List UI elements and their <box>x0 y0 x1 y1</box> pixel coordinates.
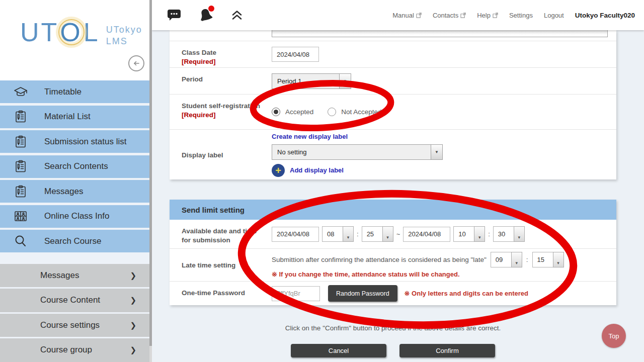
logo-letter-l: L <box>84 19 100 45</box>
manual-link[interactable]: Manual <box>392 12 422 19</box>
sidebar-item-messages-menu[interactable]: Messages ❯ <box>0 264 149 288</box>
clipboard-icon <box>13 160 28 173</box>
notifications-bell-icon[interactable] <box>198 8 213 23</box>
clipboard-icon <box>13 110 28 123</box>
sidebar-item-online-class-info[interactable]: Online Class Info <box>0 205 149 228</box>
late-time-warning: ※ If you change the time, attendance sta… <box>272 270 564 278</box>
radio-not-accepted[interactable] <box>328 108 336 116</box>
spinner-arrow-icon[interactable]: ▾ <box>474 226 485 242</box>
scrolled-text-input[interactable] <box>272 30 608 37</box>
footer-buttons: Cancel Confirm <box>170 344 616 357</box>
tilde-separator: ~ <box>396 230 400 238</box>
sidebar-item-search-course[interactable]: Search Course <box>0 230 149 252</box>
sidebar-item-label: Material List <box>44 112 91 122</box>
available-datetime-label: Available date and time for submission <box>170 220 272 248</box>
sidebar-item-course-content-menu[interactable]: Course Content ❯ <box>0 289 149 312</box>
sidebar-item-label: Course group <box>40 345 92 355</box>
scroll-to-top-button[interactable]: Top <box>602 324 626 348</box>
confirm-button[interactable]: Confirm <box>399 344 495 357</box>
notification-dot <box>208 6 214 12</box>
end-minute-input[interactable] <box>493 226 514 242</box>
spinner-arrow-icon[interactable]: ▾ <box>343 226 354 242</box>
display-label-select[interactable]: No setting ▼ <box>272 144 443 160</box>
end-date-input[interactable] <box>403 227 450 242</box>
sidebar-item-material-list[interactable]: Material List <box>0 106 149 128</box>
graduation-cap-icon <box>13 86 28 98</box>
start-date-input[interactable] <box>272 227 319 242</box>
class-date-input[interactable] <box>272 47 319 62</box>
start-hour-input[interactable] <box>322 226 343 242</box>
self-registration-label: Student self-registration [Required] <box>170 95 272 129</box>
topbar-links: Manual Contacts Help Settings Logout Uto… <box>392 12 635 19</box>
start-minute-input[interactable] <box>362 226 382 242</box>
double-chevron-up-icon[interactable] <box>230 10 244 21</box>
one-time-password-row: One-time Password Random Password ※ Only… <box>170 281 616 305</box>
required-badge: [Required] <box>182 57 267 66</box>
end-hour-input[interactable] <box>453 226 474 242</box>
sidebar-gap <box>0 255 149 264</box>
spinner-arrow-icon[interactable]: ▾ <box>553 252 564 267</box>
sidebar-item-label: Search Course <box>44 236 101 246</box>
chevron-right-icon: ❯ <box>130 271 136 280</box>
late-hour-input[interactable] <box>491 252 511 267</box>
search-icon <box>13 235 28 248</box>
radio-accepted[interactable] <box>272 108 280 116</box>
help-link[interactable]: Help <box>477 12 498 19</box>
add-display-label-link[interactable]: Add display label <box>290 166 344 174</box>
period-select[interactable]: Period 1 ▼ <box>272 73 351 89</box>
colon-separator: : <box>357 230 359 238</box>
sidebar-scrollbar[interactable] <box>149 0 152 362</box>
main-content: Class Date [Required] Period Period 1 ▼ … <box>152 30 644 362</box>
dropdown-arrow-icon[interactable]: ▼ <box>339 74 351 88</box>
clipboard-icon <box>13 185 28 198</box>
end-hour-spinner: ▾ <box>453 226 485 242</box>
random-password-button[interactable]: Random Password <box>328 285 397 302</box>
people-grid-icon <box>13 211 28 222</box>
one-time-password-input[interactable] <box>272 286 320 301</box>
spinner-arrow-icon[interactable]: ▾ <box>514 226 525 242</box>
logo-ring <box>58 19 85 45</box>
spinner-arrow-icon[interactable]: ▾ <box>511 252 522 267</box>
logo-area: UTOL UTokyo LMS <box>0 0 149 80</box>
utol-logo: UTOL <box>20 19 100 45</box>
create-display-label-link[interactable]: Create new display label <box>272 133 443 140</box>
display-label-row: Display label Create new display label N… <box>170 129 616 179</box>
chevron-right-icon: ❯ <box>130 296 136 305</box>
cancel-button[interactable]: Cancel <box>291 344 386 357</box>
sidebar-item-label: Submission status list <box>44 137 126 147</box>
chat-icon[interactable] <box>167 9 181 22</box>
spinner-arrow-icon[interactable]: ▾ <box>382 226 393 242</box>
logo-subtitle: UTokyo LMS <box>106 24 142 47</box>
sidebar-item-label: Search Contents <box>44 161 108 171</box>
sidebar-item-label: Course settings <box>40 320 100 330</box>
sidebar-item-messages[interactable]: Messages <box>0 180 149 203</box>
password-note: ※ Only letters and digits can be entered <box>405 290 528 297</box>
class-date-label: Class Date [Required] <box>170 41 272 67</box>
sidebar: UTOL UTokyo LMS Timetable Material List <box>0 0 149 362</box>
dropdown-arrow-icon[interactable]: ▼ <box>431 145 442 159</box>
chevron-right-icon: ❯ <box>130 321 136 330</box>
sidebar-scrollbar-thumb[interactable] <box>149 0 152 346</box>
end-minute-spinner: ▾ <box>493 226 525 242</box>
settings-link[interactable]: Settings <box>509 12 533 19</box>
late-time-description: Submittion after confimring the attendan… <box>272 256 487 263</box>
contacts-link[interactable]: Contacts <box>433 12 466 19</box>
sidebar-collapse-button[interactable] <box>128 55 144 71</box>
logo-letter-u-t: UT <box>20 19 59 45</box>
period-row: Period Period 1 ▼ <box>170 67 616 94</box>
colon-separator: : <box>526 256 528 263</box>
late-time-row: Late time setting Submittion after confi… <box>170 248 616 281</box>
sidebar-item-submission-status[interactable]: Submission status list <box>0 130 149 153</box>
sidebar-item-timetable[interactable]: Timetable <box>0 80 149 103</box>
sidebar-item-search-contents[interactable]: Search Contents <box>0 155 149 178</box>
logout-link[interactable]: Logout <box>544 12 564 19</box>
sidebar-item-course-group-menu[interactable]: Course group ❯ <box>0 338 149 362</box>
confirm-instruction: Click on the "Confirm" button to proceed… <box>170 324 616 332</box>
sidebar-item-label: Messages <box>44 187 83 197</box>
sidebar-item-course-settings-menu[interactable]: Course settings ❯ <box>0 314 149 337</box>
one-time-password-label: One-time Password <box>170 282 272 305</box>
sidebar-item-label: Messages <box>40 270 79 281</box>
add-plus-icon[interactable]: + <box>272 164 285 177</box>
late-minute-input[interactable] <box>532 252 553 267</box>
class-settings-card: Class Date [Required] Period Period 1 ▼ … <box>170 30 616 179</box>
